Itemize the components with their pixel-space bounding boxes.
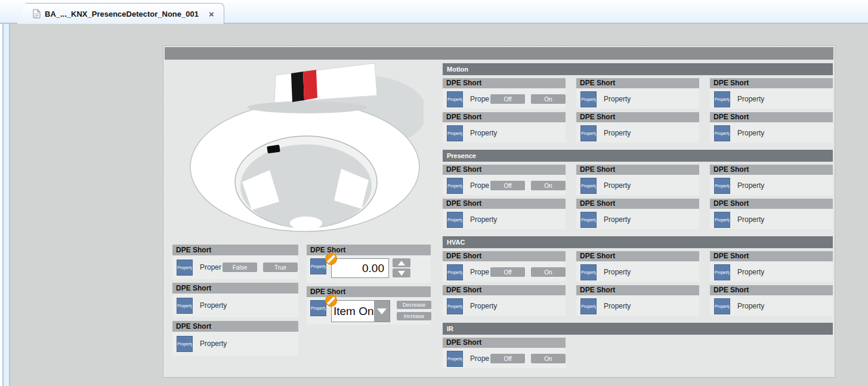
tab-presence-detector[interactable]: BA_..._KNX_PresenceDetector_None_001 × [17, 3, 224, 24]
section-header: HVAC [443, 236, 833, 248]
property-label: Proper [200, 263, 221, 271]
spinner-up-button[interactable] [393, 258, 410, 267]
property-button[interactable]: Property [177, 260, 193, 276]
property-button[interactable]: Property [580, 91, 597, 107]
property-button[interactable]: Property [714, 264, 730, 280]
off-button[interactable]: Off [490, 94, 525, 104]
property-label: Proper [470, 268, 489, 276]
property-button[interactable]: Property [447, 212, 463, 228]
dpe-widget-simple: DPE Short Property Property [443, 112, 566, 143]
on-button[interactable]: On [531, 94, 566, 104]
section-ir: IR DPE Short Property Proper Off On [443, 323, 833, 368]
property-button[interactable]: Property [447, 91, 463, 107]
dpe-header: DPE Short [576, 165, 699, 175]
dpe-widget-simple: DPE Short Property Property [710, 78, 833, 109]
chevron-down-icon [377, 308, 387, 314]
dpe-widget-bool: DPE Short Property Proper False True [172, 245, 298, 279]
property-button[interactable]: Property [714, 212, 730, 228]
property-button[interactable]: Property [310, 300, 326, 316]
on-button[interactable]: On [531, 354, 566, 363]
increase-button[interactable]: Increase [397, 312, 431, 320]
property-button[interactable]: Property [177, 336, 193, 352]
dpe-header: DPE Short [172, 321, 298, 332]
true-button[interactable]: True [263, 263, 298, 272]
property-label: Property [470, 302, 497, 310]
property-button[interactable]: Property [447, 351, 463, 367]
dpe-widget-simple: DPE Short Property Property [576, 285, 699, 316]
document-icon [33, 9, 41, 18]
dpe-header: DPE Short [576, 285, 699, 295]
property-button[interactable]: Property [447, 264, 463, 280]
dpe-widget-simple: DPE Short Property Property [172, 283, 298, 317]
property-button[interactable]: Property [580, 178, 597, 194]
section-header: IR [443, 323, 833, 335]
property-button[interactable]: Property [714, 178, 730, 194]
off-button[interactable]: Off [490, 181, 525, 190]
property-button[interactable]: Property [580, 264, 597, 280]
property-label: Property [200, 301, 227, 310]
dpe-widget-simple: DPE Short Property Property [443, 199, 566, 229]
dpe-widget-simple: DPE Short Property Property [443, 285, 566, 316]
property-button[interactable]: Property [447, 298, 463, 314]
property-button[interactable]: Property [714, 125, 730, 141]
spinner-down-button[interactable] [393, 268, 410, 277]
no-entry-icon [325, 295, 337, 307]
value-input[interactable] [331, 258, 389, 278]
presence-detector-image [185, 60, 424, 239]
dpe-header: DPE Short [443, 112, 566, 122]
dpe-header: DPE Short [172, 245, 298, 255]
on-button[interactable]: On [531, 267, 566, 277]
property-button[interactable]: Property [447, 125, 463, 141]
dpe-header: DPE Short [710, 285, 833, 295]
property-label: Property [604, 95, 631, 103]
property-button[interactable]: Property [714, 298, 730, 314]
section-hvac: HVAC DPE Short Property Proper Off On DP… [443, 236, 833, 311]
on-button[interactable]: On [531, 181, 566, 190]
tab-close-icon[interactable]: × [209, 10, 214, 18]
dpe-header: DPE Short [172, 283, 298, 294]
dpe-widget-simple: DPE Short Property Property [710, 112, 833, 143]
arrow-up-icon [398, 261, 405, 265]
panel-title-bar [165, 47, 833, 60]
dropdown-selected-value: Item One [332, 301, 374, 322]
property-label: Property [737, 129, 764, 137]
off-button[interactable]: Off [490, 267, 525, 277]
dpe-header: DPE Short [443, 165, 566, 175]
property-label: Property [737, 215, 764, 224]
window-frame [0, 23, 10, 386]
property-button[interactable]: Property [714, 91, 730, 107]
left-widget-column-a: DPE Short Property Proper False True DPE… [172, 245, 298, 359]
dpe-header: DPE Short [443, 338, 566, 348]
dpe-header: DPE Short [576, 78, 699, 88]
dpe-widget-combo: DPE Short Property Item One Decrease Inc… [307, 286, 431, 325]
property-button[interactable]: Property [177, 298, 193, 314]
dpe-header: DPE Short [443, 199, 566, 209]
property-button[interactable]: Property [580, 298, 597, 314]
property-button[interactable]: Property [580, 125, 597, 141]
dpe-widget-onoff: DPE Short Property Proper Off On [443, 338, 566, 368]
dpe-widget-number: DPE Short Property [307, 245, 431, 283]
property-label: Proper [470, 95, 489, 103]
property-label: Property [604, 181, 631, 190]
off-button[interactable]: Off [490, 354, 525, 363]
dpe-header: DPE Short [443, 285, 566, 295]
property-button[interactable]: Property [310, 258, 326, 274]
dpe-widget-onoff: DPE Short Property Proper Off On [443, 78, 566, 109]
dpe-header: DPE Short [443, 78, 566, 88]
item-dropdown[interactable]: Item One [331, 300, 390, 322]
property-label: Property [604, 129, 631, 137]
property-label: Property [470, 215, 497, 224]
property-label: Property [737, 95, 764, 103]
dropdown-open-button[interactable] [374, 301, 390, 322]
dpe-header: DPE Short [307, 245, 431, 255]
decrease-button[interactable]: Decrease [397, 301, 431, 309]
property-label: Property [737, 268, 764, 276]
property-label: Property [604, 302, 631, 310]
dpe-header: DPE Short [576, 251, 699, 261]
false-button[interactable]: False [223, 263, 257, 272]
property-button[interactable]: Property [580, 212, 597, 228]
dpe-widget-simple: DPE Short Property Property [576, 199, 699, 229]
dpe-header: DPE Short [576, 112, 699, 122]
property-label: Proper [470, 181, 489, 190]
property-button[interactable]: Property [447, 178, 463, 194]
